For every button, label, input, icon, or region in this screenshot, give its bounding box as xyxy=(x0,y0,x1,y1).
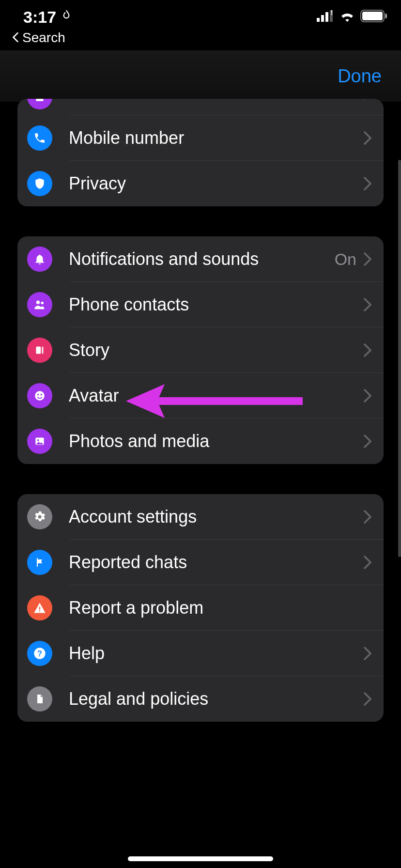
row-privacy-label: Privacy xyxy=(69,173,363,194)
warning-icon xyxy=(27,595,52,620)
wifi-icon xyxy=(339,10,355,24)
chevron-right-icon xyxy=(363,176,372,191)
row-account-label: Account settings xyxy=(69,507,363,527)
people-icon xyxy=(27,292,52,317)
done-button[interactable]: Done xyxy=(338,66,382,87)
row-legal[interactable]: Legal and policies xyxy=(17,676,384,722)
home-indicator xyxy=(128,856,273,861)
row-help[interactable]: ? Help xyxy=(17,631,384,676)
settings-group-account: Archived chats Mobile number Privacy xyxy=(17,99,384,206)
back-label: Search xyxy=(22,30,65,46)
chevron-right-icon xyxy=(363,434,372,449)
row-mobile-label: Mobile number xyxy=(69,128,363,148)
cellular-icon: ! xyxy=(317,10,334,24)
row-reported-chats[interactable]: Reported chats xyxy=(17,540,384,585)
svg-point-18 xyxy=(37,439,39,441)
story-icon xyxy=(27,338,52,363)
svg-text:!: ! xyxy=(331,10,333,16)
row-story[interactable]: Story xyxy=(17,327,384,373)
chevron-right-icon xyxy=(363,388,372,403)
svg-text:?: ? xyxy=(37,649,42,658)
phone-icon xyxy=(27,125,52,151)
row-notifications-value: On xyxy=(335,250,356,269)
row-avatar[interactable]: Avatar xyxy=(17,373,384,418)
row-contacts-label: Phone contacts xyxy=(69,294,363,315)
row-notifications-label: Notifications and sounds xyxy=(69,249,335,269)
svg-rect-12 xyxy=(36,346,41,354)
svg-rect-1 xyxy=(321,15,324,22)
row-photos-media[interactable]: Photos and media xyxy=(17,418,384,464)
row-notifications[interactable]: Notifications and sounds On xyxy=(17,236,384,282)
bell-icon xyxy=(27,247,52,272)
svg-rect-9 xyxy=(36,99,43,101)
avatar-icon xyxy=(27,383,52,408)
help-icon: ? xyxy=(27,641,52,666)
flag-icon xyxy=(27,550,52,575)
row-legal-label: Legal and policies xyxy=(69,689,363,709)
battery-icon xyxy=(360,10,387,24)
chevron-right-icon xyxy=(363,99,372,100)
row-photos-label: Photos and media xyxy=(69,431,363,451)
svg-rect-6 xyxy=(362,12,383,20)
row-privacy[interactable]: Privacy xyxy=(17,161,384,206)
settings-content: Archived chats Mobile number Privacy xyxy=(0,99,401,722)
chevron-right-icon xyxy=(363,297,372,312)
row-avatar-label: Avatar xyxy=(69,386,363,406)
svg-rect-2 xyxy=(325,12,328,22)
svg-rect-13 xyxy=(42,346,43,354)
svg-point-10 xyxy=(36,301,40,304)
settings-group-preferences: Notifications and sounds On Phone contac… xyxy=(17,236,384,464)
chevron-right-icon xyxy=(363,646,372,661)
back-to-search[interactable]: Search xyxy=(0,27,401,50)
document-icon xyxy=(27,686,52,712)
chevron-right-icon xyxy=(363,692,372,706)
chevron-right-icon xyxy=(363,343,372,357)
chevron-right-icon xyxy=(363,252,372,266)
row-archived-chats[interactable]: Archived chats xyxy=(17,99,384,115)
svg-point-16 xyxy=(41,394,42,395)
svg-point-11 xyxy=(41,302,44,305)
modal-header: Done xyxy=(0,50,401,102)
archive-icon xyxy=(27,99,52,109)
row-story-label: Story xyxy=(69,340,363,360)
row-account-settings[interactable]: Account settings xyxy=(17,494,384,540)
scroll-indicator xyxy=(398,160,401,557)
chevron-right-icon xyxy=(363,131,372,145)
flame-icon xyxy=(60,8,73,27)
svg-rect-7 xyxy=(385,14,387,18)
row-reported-label: Reported chats xyxy=(69,552,363,573)
row-mobile-number[interactable]: Mobile number xyxy=(17,115,384,161)
svg-rect-0 xyxy=(317,18,320,22)
status-left: 3:17 xyxy=(23,8,73,27)
back-chevron-icon xyxy=(12,30,19,46)
gear-icon xyxy=(27,504,52,529)
status-time: 3:17 xyxy=(23,8,56,27)
status-bar: 3:17 ! xyxy=(0,0,401,27)
row-archived-label: Archived chats xyxy=(69,99,363,102)
chevron-right-icon xyxy=(363,555,372,570)
svg-point-15 xyxy=(37,394,39,395)
row-report-problem[interactable]: Report a problem xyxy=(17,585,384,631)
row-report-problem-label: Report a problem xyxy=(69,598,372,618)
chevron-right-icon xyxy=(363,510,372,524)
svg-point-14 xyxy=(35,391,45,401)
shield-icon xyxy=(27,171,52,196)
row-phone-contacts[interactable]: Phone contacts xyxy=(17,282,384,327)
settings-group-support: Account settings Reported chats Report a… xyxy=(17,494,384,722)
image-icon xyxy=(27,429,52,454)
status-right: ! xyxy=(317,10,387,24)
row-help-label: Help xyxy=(69,643,363,664)
